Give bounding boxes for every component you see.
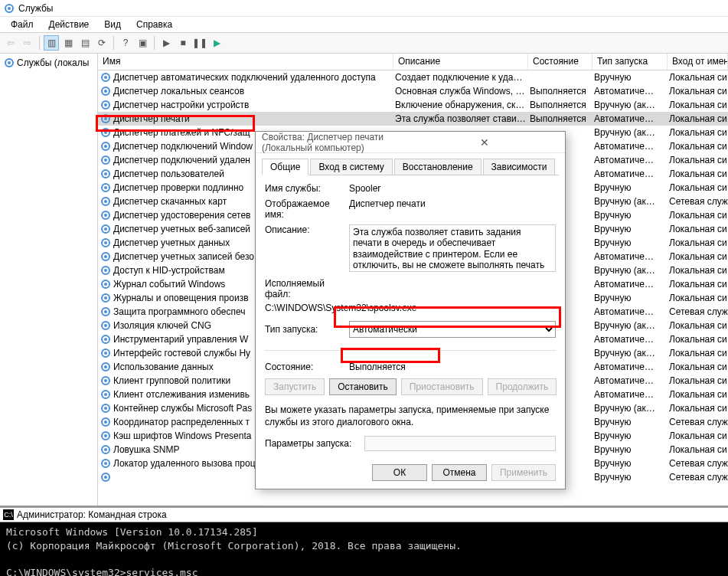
label-state: Состояние:	[265, 362, 349, 372]
gear-icon	[100, 237, 112, 249]
service-startup: Автоматиче…	[593, 155, 668, 165]
svg-point-3	[8, 61, 11, 64]
service-logon: Локальная си…	[668, 403, 728, 414]
stop-btn[interactable]: ■	[175, 35, 191, 51]
svg-point-51	[104, 393, 107, 396]
service-startup: Вручную	[593, 293, 668, 303]
service-row[interactable]: Диспетчер автоматических подключений уда…	[98, 70, 728, 84]
svg-point-47	[104, 365, 107, 368]
col-startup[interactable]: Тип запуска	[593, 54, 668, 70]
console-output[interactable]: Microsoft Windows [Version 10.0.17134.28…	[0, 522, 728, 576]
service-startup: Вручную	[593, 417, 668, 427]
service-name: Диспетчер печати	[113, 113, 190, 124]
service-startup: Вручную	[593, 444, 668, 455]
menu-help[interactable]: Справка	[129, 18, 180, 31]
service-logon: Сетевая служ…	[668, 458, 728, 469]
cancel-button[interactable]: Отмена	[432, 464, 487, 481]
gear-icon	[100, 416, 112, 428]
gear-icon	[100, 113, 112, 125]
menu-action[interactable]: Действие	[41, 18, 97, 31]
params-input[interactable]	[364, 436, 556, 451]
show-hide-button[interactable]: ▥	[44, 35, 59, 51]
tab-logon[interactable]: Вход в систему	[310, 159, 392, 175]
gear-icon	[100, 85, 112, 97]
service-name: Диспетчер учетных веб-записей	[113, 224, 250, 234]
service-startup: Автоматиче…	[593, 306, 668, 317]
tree-label: Службы (локалы	[17, 57, 89, 68]
tab-recovery[interactable]: Восстановление	[394, 159, 482, 175]
start-button[interactable]: Запустить	[265, 378, 325, 395]
tree-root-item[interactable]: Службы (локалы	[0, 55, 97, 70]
label-description: Описание:	[265, 224, 349, 235]
service-name: Интерфейс гостевой службы Hy	[113, 348, 250, 358]
stop-button[interactable]: Остановить	[329, 378, 397, 395]
service-startup: Автоматиче…	[593, 251, 668, 262]
tab-general[interactable]: Общие	[262, 159, 309, 175]
restart-btn[interactable]: ▶	[209, 35, 224, 51]
service-name: Журнал событий Windows	[113, 279, 225, 290]
service-startup: Вручную (ак…	[593, 320, 668, 331]
label-exe: Исполняемый файл:	[265, 278, 349, 299]
service-startup: Вручную (ак…	[593, 196, 668, 207]
service-desc: Основная служба Windows, …	[393, 86, 528, 97]
service-startup: Автоматиче…	[593, 279, 668, 290]
service-row[interactable]: Диспетчер печатиЭта служба позволяет ста…	[98, 112, 728, 126]
service-name: Локатор удаленного вызова проц…	[113, 458, 265, 469]
svg-point-37	[104, 296, 107, 299]
window-titlebar: Службы	[0, 0, 728, 17]
back-button[interactable]: ⇦	[3, 35, 18, 51]
service-startup: Вручную (ак…	[593, 265, 668, 276]
console-titlebar: C:\ Администратор: Командная строка	[0, 508, 728, 522]
service-name: Кэш шрифтов Windows Presenta	[113, 430, 251, 441]
svg-point-17	[104, 159, 107, 162]
gear-icon	[100, 402, 112, 414]
dialog-title: Свойства: Диспетчер печати (Локальный ко…	[262, 132, 410, 153]
val-display-name: Диспетчер печати	[349, 198, 556, 209]
service-name: Защита программного обеспеч	[113, 306, 245, 317]
svg-point-49	[104, 379, 107, 382]
col-name[interactable]: Имя	[98, 54, 393, 70]
close-button[interactable]: ✕	[410, 136, 559, 149]
service-row[interactable]: Диспетчер настройки устройствВключение о…	[98, 98, 728, 112]
toolbar: ⇦ ⇨ ▥ ▦ ▤ ⟳ ? ▣ ▶ ■ ❚❚ ▶	[0, 32, 728, 54]
svg-point-13	[104, 131, 107, 134]
svg-point-25	[104, 214, 107, 217]
gear-icon	[100, 168, 112, 180]
service-startup: Вручную	[593, 458, 668, 469]
export-button[interactable]: ▤	[77, 35, 93, 51]
pause-button[interactable]: Приостановить	[401, 378, 483, 395]
gear-icon	[100, 154, 112, 166]
cmd-icon: C:\	[3, 509, 14, 520]
ok-button[interactable]: ОК	[372, 464, 427, 481]
svg-point-41	[104, 324, 107, 327]
col-state[interactable]: Состояние	[528, 54, 593, 70]
svg-point-5	[104, 76, 107, 79]
service-name: Диспетчер подключений удален	[113, 155, 250, 165]
service-logon: Локальная си…	[668, 362, 728, 372]
dialog-tabs: Общие Вход в систему Восстановление Зави…	[256, 153, 565, 175]
resume-button[interactable]: Продолжить	[488, 378, 557, 395]
service-row[interactable]: Диспетчер локальных сеансовОсновная служ…	[98, 84, 728, 98]
play-button[interactable]: ▶	[158, 35, 174, 51]
forward-button[interactable]: ⇨	[20, 35, 35, 51]
service-startup: Автоматиче…	[593, 141, 668, 152]
menu-file[interactable]: Файл	[3, 18, 41, 31]
service-name: Изоляция ключей CNG	[113, 320, 211, 331]
tab-content: Имя службы: Spooler Отображаемое имя: Ди…	[262, 175, 559, 466]
properties-button[interactable]: ▦	[60, 35, 76, 51]
startup-type-select[interactable]: Автоматически	[349, 321, 556, 338]
val-state: Выполняется	[349, 362, 406, 372]
help-button[interactable]: ?	[118, 35, 133, 51]
svg-point-61	[104, 462, 107, 465]
menu-view[interactable]: Вид	[96, 18, 129, 31]
refresh-button[interactable]: ⟳	[94, 35, 109, 51]
apply-button[interactable]: Применить	[491, 464, 556, 481]
svg-point-15	[104, 145, 107, 148]
pause-btn[interactable]: ❚❚	[192, 35, 207, 51]
service-name: Диспетчер учетных данных	[113, 237, 230, 248]
label-params: Параметры запуска:	[265, 438, 364, 449]
col-logon[interactable]: Вход от имени	[668, 54, 728, 70]
col-desc[interactable]: Описание	[393, 54, 528, 70]
tab-dependencies[interactable]: Зависимости	[483, 159, 556, 175]
help2-button[interactable]: ▣	[135, 35, 150, 51]
